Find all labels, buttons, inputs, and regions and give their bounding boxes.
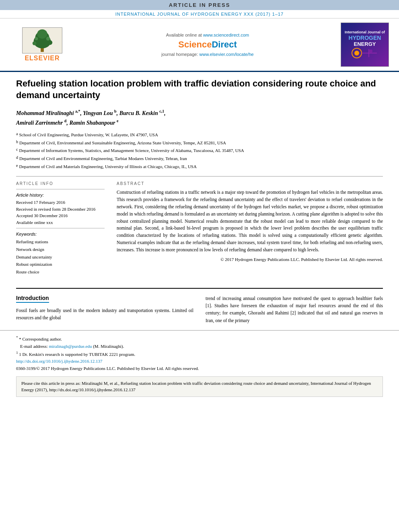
journal-homepage: journal homepage: www.elsevier.com/locat… [161,52,253,57]
footnote-issn: 0360-3199/© 2017 Hydrogen Energy Publica… [16,365,383,372]
journal-cover-title: International Journal of [345,30,385,35]
abstract-heading: ABSTRACT [117,181,383,186]
affiliation-a-text: School of Civil Engineering, Purdue Univ… [19,131,158,139]
svg-point-7 [35,37,38,40]
footnote-doi: http://dx.doi.org/10.1016/j.ijhydene.201… [16,358,383,365]
abstract-text: Construction of refueling stations in a … [117,189,383,253]
keyword-3: Demand uncertainty [16,253,105,261]
keyword-1: Refueling stations [16,238,105,246]
received-date: Received 17 February 2016 [16,199,105,206]
article-info-column: ARTICLE INFO Article history: Received 1… [16,181,105,275]
elsevier-logo-area: ELSEVIER [6,23,78,67]
affiliation-e-text: Department of Civil and Materials Engine… [19,163,196,170]
affiliation-c: c Department of Information Systems, Sta… [16,147,383,154]
intro-section-title: Introduction [16,295,49,303]
svg-point-13 [369,49,372,53]
doi-link[interactable]: http://dx.doi.org/10.1016/j.ijhydene.201… [16,359,103,364]
email-link[interactable]: miralinagh@purdue.edu [49,344,92,349]
keyword-4: Robust optimization [16,261,105,268]
journal-homepage-link[interactable]: www.elsevier.com/locate/he [200,52,254,57]
affiliation-b: b Department of Civil, Environmental and… [16,140,383,147]
available-online-text: Available online at www.sciencedirect.co… [166,33,249,37]
accepted-date: Accepted 30 December 2016 [16,212,105,219]
journal-cover-word: ENERGY [354,41,376,47]
journal-header-line: INTERNATIONAL JOURNAL OF HYDROGEN ENERGY… [0,10,399,18]
elsevier-tree-image [22,27,62,53]
affiliation-b-text: Department of Civil, Environmental and S… [19,140,226,147]
affiliation-a: a School of Civil Engineering, Purdue Un… [16,131,383,139]
header-center: Available online at www.sciencedirect.co… [84,23,331,67]
header-area: ELSEVIER Available online at www.science… [0,18,399,72]
footnotes-area: * * Corresponding author. E-mail address… [0,330,399,372]
journal-cover-graphic [349,47,381,59]
journal-cover-image: International Journal of HYDROGEN ENERGY [341,23,389,67]
intro-left-col: Introduction Fossil fuels are broadly us… [16,295,193,325]
svg-point-5 [33,41,37,45]
available-online: Available online xxx [16,219,105,226]
intro-right-text: trend of increasing annual consumption h… [206,295,383,325]
separator-above-info [16,176,383,177]
footnote-corresponding: * * Corresponding author. [16,335,383,343]
article-in-press-banner: ARTICLE IN PRESS [0,0,399,10]
keyword-2: Network design [16,246,105,253]
affiliation-c-text: Department of Information Systems, Stati… [19,147,244,154]
affiliations: a School of Civil Engineering, Purdue Un… [16,131,383,170]
journal-cover-subtitle: HYDROGEN [349,35,381,41]
abstract-column: ABSTRACT Construction of refueling stati… [117,181,383,275]
authors: Mohammad Miralinaghi a,*, Yingyan Lou b,… [16,108,383,127]
keyword-5: Route choice [16,268,105,276]
affiliation-d: d Department of Civil and Environmental … [16,155,383,162]
article-title: Refueling station location problem with … [16,78,383,101]
info-divider-top [16,189,105,189]
sciencedirect-logo: ScienceDirect [178,39,237,50]
svg-point-6 [48,40,53,45]
main-content: Refueling station location problem with … [0,72,399,288]
introduction-section: Introduction Fossil fuels are broadly us… [0,295,399,325]
svg-point-4 [37,29,47,39]
article-info-heading: ARTICLE INFO [16,181,105,186]
affiliation-e: e Department of Civil and Materials Engi… [16,163,383,170]
thick-separator [16,288,383,289]
intro-left-text: Fossil fuels are broadly used in the mod… [16,307,193,322]
elsevier-label: ELSEVIER [25,55,60,62]
svg-point-8 [46,37,50,41]
header-right: International Journal of HYDROGEN ENERGY [337,23,393,67]
footnote-email: E-mail address: miralinagh@purdue.edu (M… [16,343,383,350]
sciencedirect-url[interactable]: www.sciencedirect.com [203,33,249,37]
two-col-section: ARTICLE INFO Article history: Received 1… [16,181,383,275]
citation-box: Please cite this article in press as: Mi… [16,376,383,397]
footnote-keskin: 1 1 Dr. Keskin's research is supported b… [16,350,383,358]
keywords-list: Refueling stations Network design Demand… [16,238,105,275]
elsevier-tree-svg [23,28,62,53]
intro-right-col: trend of increasing annual consumption h… [206,295,383,325]
copyright-line: © 2017 Hydrogen Energy Publications LLC.… [117,257,383,262]
affiliation-d-text: Department of Civil and Environmental En… [19,155,187,162]
svg-point-10 [354,51,359,55]
info-divider-mid [16,228,105,228]
keywords-heading: Keywords: [16,232,105,236]
revised-date: Received in revised form 28 December 201… [16,206,105,213]
article-history-heading: Article history: [16,193,105,197]
